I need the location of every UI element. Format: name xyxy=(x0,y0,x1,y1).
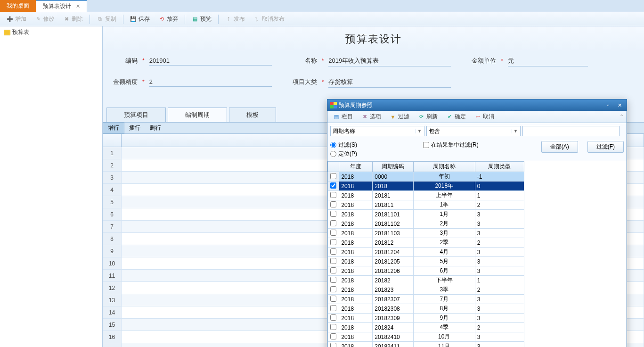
table-row[interactable]: 201820181上半年1 xyxy=(328,191,524,200)
row-checkbox-cell[interactable] xyxy=(328,266,339,276)
checkbox-input[interactable] xyxy=(423,142,429,148)
precision-input[interactable]: 2 xyxy=(149,78,272,87)
row-checkbox-cell[interactable] xyxy=(328,219,339,229)
refresh-button[interactable]: ⟳刷新 xyxy=(414,111,441,122)
row-checkbox[interactable] xyxy=(330,277,336,283)
checkbox-in-result[interactable]: 在结果集中过滤(R) xyxy=(423,141,479,149)
table-row[interactable]: 2018201811033月3 xyxy=(328,229,524,238)
filter-button[interactable]: ▼过滤 xyxy=(386,111,413,122)
table-row[interactable]: 20182018233季2 xyxy=(328,285,524,295)
filter-op-input[interactable] xyxy=(427,127,512,135)
radio-input[interactable] xyxy=(330,151,336,157)
row-checkbox-cell[interactable] xyxy=(328,314,339,323)
row-checkbox-cell[interactable] xyxy=(328,238,339,248)
table-row[interactable]: 20182018111季2 xyxy=(328,200,524,210)
save-button[interactable]: 💾保存 xyxy=(126,14,154,25)
cancel-button[interactable]: ⤺取消 xyxy=(471,111,498,122)
table-row[interactable]: 2018201812044月3 xyxy=(328,248,524,257)
row-checkbox-cell[interactable] xyxy=(328,210,339,219)
filter-op-combo[interactable]: ▼ xyxy=(426,126,521,136)
chevron-down-icon[interactable]: ▼ xyxy=(416,129,423,133)
abandon-button[interactable]: ⟲放弃 xyxy=(155,14,182,25)
edit-button[interactable]: ✎修改 xyxy=(31,14,58,25)
row-checkbox[interactable] xyxy=(330,220,336,226)
table-row[interactable]: 201820182下半年1 xyxy=(328,276,524,285)
unpublish-button[interactable]: ⤵取消发布 xyxy=(250,14,288,25)
row-checkbox-cell[interactable] xyxy=(328,295,339,304)
grid-header-code[interactable]: 周期编码 xyxy=(373,162,414,172)
table-row[interactable]: 20182018122季2 xyxy=(328,238,524,248)
row-checkbox[interactable] xyxy=(330,258,336,264)
radio-locate[interactable]: 定位(P) xyxy=(330,150,357,158)
row-checkbox[interactable] xyxy=(330,305,336,311)
add-button[interactable]: ➕增加 xyxy=(3,14,30,25)
row-checkbox[interactable] xyxy=(330,267,336,273)
row-checkbox[interactable] xyxy=(330,173,336,179)
tab-template[interactable]: 模板 xyxy=(229,107,276,122)
row-checkbox-cell[interactable] xyxy=(328,342,339,347)
row-checkbox-cell[interactable] xyxy=(328,285,339,295)
close-icon[interactable]: ✕ xyxy=(76,3,80,9)
ok-button[interactable]: ✔确定 xyxy=(442,111,470,122)
table-row[interactable]: 2018201823088月3 xyxy=(328,304,524,314)
row-checkbox[interactable] xyxy=(330,333,336,339)
maximize-icon[interactable]: ▫ xyxy=(604,101,612,109)
tab-budget-item[interactable]: 预算项目 xyxy=(106,107,166,122)
table-row[interactable]: 20182018244季2 xyxy=(328,323,524,332)
row-checkbox[interactable] xyxy=(330,286,336,292)
columns-button[interactable]: ▤栏目 xyxy=(329,111,357,122)
table-row[interactable]: 2018201811011月3 xyxy=(328,210,524,219)
row-checkbox[interactable] xyxy=(330,201,336,207)
unit-input[interactable]: 元 xyxy=(508,57,588,66)
tab-desktop[interactable]: 我的桌面 xyxy=(0,0,36,12)
collapse-icon[interactable]: ⌃ xyxy=(618,114,625,120)
row-checkbox[interactable] xyxy=(330,239,336,245)
options-button[interactable]: ✖选项 xyxy=(358,111,385,122)
dialog-titlebar[interactable]: 预算周期参照 ▫ ✕ xyxy=(327,99,627,111)
radio-input[interactable] xyxy=(330,142,336,148)
row-checkbox-cell[interactable] xyxy=(328,332,339,342)
row-checkbox-cell[interactable] xyxy=(328,304,339,314)
delete-button[interactable]: ✖删除 xyxy=(59,14,87,25)
row-checkbox-cell[interactable] xyxy=(328,172,339,182)
tab-period[interactable]: 编制周期 xyxy=(168,107,227,122)
row-checkbox[interactable] xyxy=(330,248,336,255)
row-checkbox-cell[interactable] xyxy=(328,191,339,200)
table-row[interactable]: 2018201823099月3 xyxy=(328,314,524,323)
copy-button[interactable]: ⧉复制 xyxy=(93,14,120,25)
preview-button[interactable]: ▦预览 xyxy=(188,14,215,25)
add-row-button[interactable]: 增行 xyxy=(103,122,124,134)
row-checkbox[interactable] xyxy=(330,314,336,321)
row-checkbox-cell[interactable] xyxy=(328,276,339,285)
filter-field-input[interactable] xyxy=(331,127,416,135)
all-button[interactable]: 全部(A) xyxy=(541,141,578,153)
do-filter-button[interactable]: 过滤(F) xyxy=(587,141,624,153)
code-input[interactable]: 201901 xyxy=(149,57,272,66)
category-input[interactable]: 存货核算 xyxy=(328,78,451,88)
row-checkbox-cell[interactable] xyxy=(328,182,339,191)
table-row[interactable]: 20180000年初-1 xyxy=(328,172,524,182)
radio-filter[interactable]: 过滤(S) xyxy=(330,141,357,149)
row-checkbox[interactable] xyxy=(330,230,336,236)
grid-header-type[interactable]: 周期类型 xyxy=(475,162,524,172)
row-checkbox[interactable] xyxy=(330,343,336,347)
delete-row-button[interactable]: 删行 xyxy=(145,123,166,133)
table-row[interactable]: 2018201823077月3 xyxy=(328,295,524,304)
row-checkbox[interactable] xyxy=(330,211,336,217)
row-checkbox[interactable] xyxy=(330,324,336,330)
table-row[interactable]: 201820182018年0 xyxy=(328,182,524,191)
table-row[interactable]: 2018201812066月3 xyxy=(328,266,524,276)
tree-root-budget[interactable]: 预算表 xyxy=(0,26,102,38)
table-row[interactable]: 2018201812055月3 xyxy=(328,257,524,266)
row-checkbox-cell[interactable] xyxy=(328,323,339,332)
row-checkbox[interactable] xyxy=(330,192,336,198)
row-checkbox-cell[interactable] xyxy=(328,229,339,238)
row-checkbox-cell[interactable] xyxy=(328,200,339,210)
table-row[interactable]: 2018201811022月3 xyxy=(328,219,524,229)
tab-budget-design[interactable]: 预算表设计 ✕ xyxy=(36,0,87,12)
close-icon[interactable]: ✕ xyxy=(615,101,624,109)
filter-value-input[interactable] xyxy=(522,126,620,136)
row-checkbox-cell[interactable] xyxy=(328,248,339,257)
row-checkbox[interactable] xyxy=(330,296,336,302)
row-checkbox[interactable] xyxy=(330,182,336,189)
